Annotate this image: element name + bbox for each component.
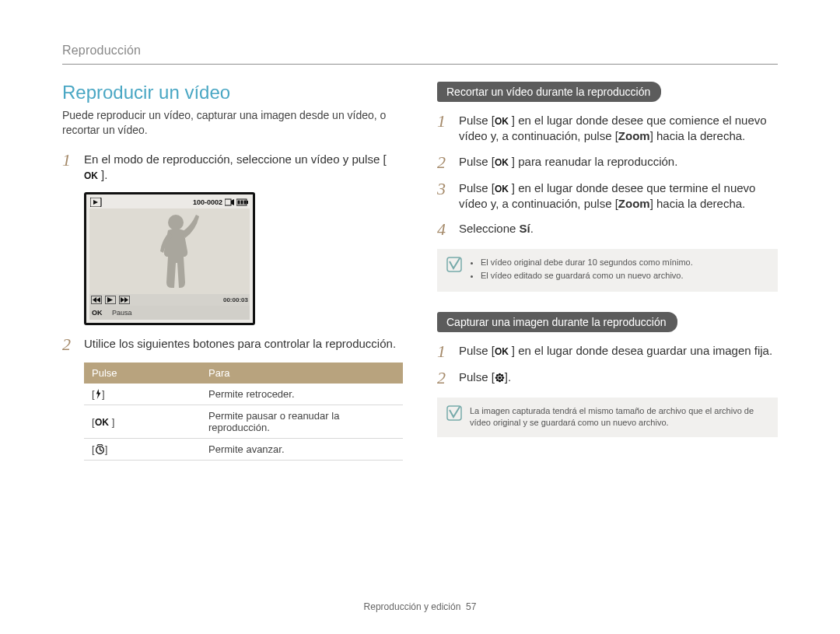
step-number: 3 [437, 180, 451, 212]
svg-rect-23 [244, 201, 247, 205]
step-number: 1 [62, 152, 76, 184]
step-body: Pulse [] para reanudar la reproducción. [459, 154, 778, 171]
note-text: La imagen capturada tendrá el mismo tama… [470, 405, 768, 429]
svg-marker-27 [107, 297, 113, 303]
capture-note-box: La imagen capturada tendrá el mismo tama… [437, 398, 778, 437]
step-number: 1 [437, 343, 451, 360]
right-column: Recortar un vídeo durante la reproducció… [437, 82, 778, 461]
page-footer: Reproducción y edición 57 [0, 601, 840, 612]
step-body: Pulse [] en el lugar donde desee que com… [459, 113, 778, 145]
preview-topbar: 100-0002 [89, 198, 250, 208]
svg-rect-20 [247, 201, 248, 204]
footer-section: Reproducción y edición [364, 601, 461, 612]
ok-icon [95, 417, 112, 428]
intro-text: Puede reproducir un vídeo, capturar una … [62, 108, 403, 138]
breadcrumb: Reproducción [62, 44, 778, 58]
trim-step-4: 4 Seleccione Sí. [437, 221, 778, 238]
battery-icon [236, 198, 249, 206]
button-cell: [] [84, 384, 201, 405]
step-body: Pulse [] en el lugar donde desee que ter… [459, 180, 778, 212]
svg-rect-21 [238, 201, 240, 205]
capture-step-2: 2 Pulse []. [437, 370, 778, 387]
svg-marker-28 [121, 297, 124, 303]
step-body: Utilice los siguientes botones para cont… [84, 336, 403, 353]
step-text: ]. [101, 168, 107, 181]
step-body: En el modo de reproducción, seleccione u… [84, 152, 403, 184]
step-text: ] hacia la derecha. [650, 197, 746, 210]
video-icon [225, 198, 234, 206]
subsection-heading-capture: Capturar una imagen durante la reproducc… [437, 312, 677, 332]
ok-icon [495, 157, 512, 168]
ok-icon [495, 346, 512, 357]
pause-label: Pausa [112, 309, 132, 317]
flash-icon [95, 389, 102, 399]
step-text: ] en el lugar donde desea guardar una im… [512, 344, 772, 357]
step-text: Pulse [ [459, 181, 495, 194]
desc-cell: Permite avanzar. [201, 439, 403, 461]
header-rule [62, 64, 778, 65]
controls-table: Pulse Para [] Permite retroceder. [] Per… [84, 363, 403, 461]
step-text: ] para reanudar la reproducción. [512, 155, 677, 168]
step-body: Seleccione Sí. [459, 221, 778, 238]
step-body: Pulse []. [459, 370, 778, 387]
step-number: 1 [437, 113, 451, 145]
left-step-1: 1 En el modo de reproducción, seleccione… [62, 152, 403, 184]
trim-note-box: El vídeo original debe durar 10 segundos… [437, 249, 778, 292]
step-text: . [530, 222, 534, 235]
note-icon [446, 257, 462, 272]
svg-marker-29 [124, 297, 128, 303]
note-item: El vídeo original debe durar 10 segundos… [481, 257, 693, 268]
table-header: Para [201, 363, 403, 384]
ok-icon [495, 116, 512, 127]
step-text: Pulse [ [459, 370, 495, 384]
play-icon [105, 296, 116, 304]
page: Reproducción Reproducir un vídeo Puede r… [0, 0, 840, 634]
table-row: [] Permite retroceder. [84, 384, 403, 405]
svg-point-24 [168, 215, 184, 230]
table-row: [] Permite pausar o reanudar la reproduc… [84, 405, 403, 439]
ok-icon [84, 170, 101, 181]
desc-cell: Permite pausar o reanudar la reproducció… [201, 405, 403, 439]
yes-label: Sí [520, 222, 530, 235]
svg-marker-16 [93, 200, 98, 205]
page-number: 57 [466, 601, 476, 612]
step-text: ] hacia la derecha. [650, 129, 746, 142]
macro-flower-icon [495, 373, 505, 383]
timer-icon [95, 444, 105, 454]
step-number: 2 [62, 336, 76, 353]
table-row: [] Permite avanzar. [84, 439, 403, 461]
step-text: Pulse [ [459, 344, 495, 357]
zoom-label: Zoom [618, 197, 650, 210]
svg-rect-17 [225, 199, 231, 205]
svg-marker-25 [96, 297, 100, 303]
person-silhouette-icon [145, 208, 207, 294]
note-icon [446, 405, 462, 421]
step-number: 2 [437, 154, 451, 171]
step-number: 4 [437, 221, 451, 238]
preview-footer: Pausa [89, 306, 250, 320]
left-step-2: 2 Utilice los siguientes botones para co… [62, 336, 403, 353]
svg-rect-22 [241, 201, 243, 205]
svg-marker-26 [93, 297, 96, 303]
step-body: Pulse [] en el lugar donde desea guardar… [459, 343, 778, 360]
trim-step-1: 1 Pulse [] en el lugar donde desee que c… [437, 113, 778, 145]
ok-icon [92, 309, 105, 317]
button-cell: [] [84, 405, 201, 439]
step-text: Seleccione [459, 222, 520, 235]
note-item: El vídeo editado se guardará como un nue… [481, 270, 693, 282]
zoom-label: Zoom [618, 129, 650, 142]
preview-time: 00:00:03 [223, 296, 248, 303]
play-mode-icon [90, 198, 112, 207]
ok-icon [495, 184, 512, 194]
two-columns: Reproducir un vídeo Puede reproducir un … [62, 82, 778, 461]
preview-controls: 00:00:03 [89, 294, 250, 306]
forward-icon [119, 296, 130, 304]
step-text: Pulse [ [459, 155, 495, 168]
step-text: En el modo de reproducción, seleccione u… [84, 152, 387, 166]
trim-step-2: 2 Pulse [] para reanudar la reproducción… [437, 154, 778, 171]
video-preview: 100-0002 [84, 192, 255, 325]
step-text: ]. [505, 370, 511, 384]
button-cell: [] [84, 439, 201, 461]
table-header: Pulse [84, 363, 201, 384]
desc-cell: Permite retroceder. [201, 384, 403, 405]
